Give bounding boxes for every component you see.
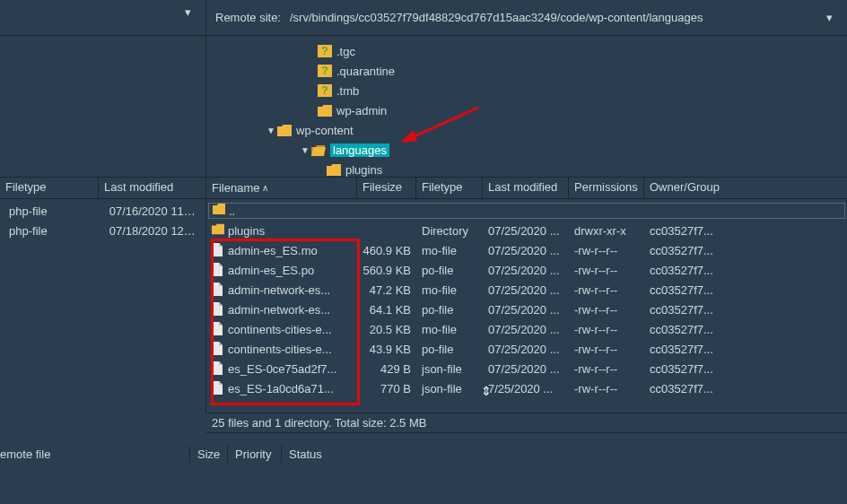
remote-header-owner[interactable]: Owner/Group <box>644 178 723 198</box>
parent-directory-row[interactable]: .. <box>208 203 845 219</box>
chevron-down-icon[interactable]: ▼ <box>299 145 311 155</box>
remote-path-input[interactable] <box>286 7 816 28</box>
folder-icon <box>213 204 225 218</box>
remote-site-dropdown[interactable]: ▾ <box>821 11 838 24</box>
tree-item[interactable]: ▼wp-content <box>206 120 847 140</box>
unknown-icon: ? <box>318 84 332 97</box>
cell-modified: 07/25/2020 ... <box>483 303 569 317</box>
cell-filetype: po-file <box>416 264 483 277</box>
cell-owner: cc03527f7... <box>644 362 723 376</box>
cell-filename: continents-cities-e... <box>206 322 357 336</box>
unknown-icon: ? <box>318 45 332 57</box>
cell-permissions: drwxr-xr-x <box>569 224 644 238</box>
table-row[interactable]: pluginsDirectory07/25/2020 ...drwxr-xr-x… <box>206 221 847 240</box>
tree-item[interactable]: ?.tgc <box>206 41 847 61</box>
queue-header-priority[interactable]: Priority <box>228 446 282 463</box>
folder-icon <box>327 163 341 176</box>
tree-item-label: plugins <box>345 163 382 177</box>
cell-filesize: 460.9 KB <box>357 244 416 257</box>
cell-owner: cc03527f7... <box>644 244 723 257</box>
remote-header-modified[interactable]: Last modified <box>483 178 569 198</box>
table-row[interactable]: admin-network-es...64.1 KBpo-file07/25/2… <box>206 300 847 319</box>
tree-item-label: languages <box>330 143 389 157</box>
remote-header-permissions[interactable]: Permissions <box>569 178 644 198</box>
cell-owner: cc03527f7... <box>644 382 723 395</box>
svg-text:?: ? <box>321 65 328 77</box>
remote-header-filesize[interactable]: Filesize <box>357 178 416 198</box>
file-icon <box>212 263 224 277</box>
cell-owner: cc03527f7... <box>644 323 723 336</box>
table-row[interactable]: es_ES-1a0cd6a71...770 Bjson-file7/25/202… <box>206 378 847 398</box>
table-row[interactable]: es_ES-0ce75ad2f7...429 Bjson-file07/25/2… <box>206 359 847 378</box>
file-icon <box>212 322 224 336</box>
cell-filesize: 429 B <box>357 362 416 376</box>
cell-modified: 07/25/2020 ... <box>483 244 569 257</box>
local-site-dropdown[interactable]: ▾ <box>179 5 196 19</box>
cell-filetype: mo-file <box>416 244 483 257</box>
queue-header-size[interactable]: Size <box>190 446 228 463</box>
cell-filetype: po-file <box>416 343 483 356</box>
cell-permissions: -rw-r--r-- <box>569 323 644 336</box>
svg-text:?: ? <box>321 45 328 57</box>
cell-filesize: 64.1 KB <box>357 303 416 317</box>
tree-item[interactable]: ?.tmb <box>206 81 847 100</box>
cell-filetype: mo-file <box>416 283 483 297</box>
cell-filename: admin-network-es... <box>206 302 357 317</box>
table-row[interactable]: continents-cities-e...20.5 KBmo-file07/2… <box>206 319 847 339</box>
cell-filename: admin-network-es... <box>206 282 357 297</box>
cell-permissions: -rw-r--r-- <box>569 382 644 395</box>
cell-owner: cc03527f7... <box>644 264 723 277</box>
sort-ascending-icon: ∧ <box>262 183 268 193</box>
cell-filesize: 770 B <box>357 382 416 395</box>
tree-item[interactable]: wp-admin <box>206 100 847 120</box>
local-tree[interactable] <box>0 36 206 177</box>
cell-modified: 7/25/2020 ... <box>483 382 569 395</box>
cell-filesize: 560.9 KB <box>357 264 416 277</box>
cell-filename: es_ES-0ce75ad2f7... <box>206 361 357 376</box>
file-icon <box>212 302 224 317</box>
folder-icon <box>318 104 332 117</box>
cell-filename: continents-cities-e... <box>206 342 357 356</box>
queue-header-status[interactable]: Status <box>282 446 336 463</box>
tree-item-label: .quarantine <box>336 65 395 78</box>
cell-modified: 07/25/2020 ... <box>483 323 569 336</box>
cell-filesize: 20.5 KB <box>357 323 416 336</box>
file-icon <box>212 381 224 395</box>
cell-filename: es_ES-1a0cd6a71... <box>206 381 357 395</box>
cell-filename: plugins <box>206 223 357 238</box>
chevron-down-icon[interactable]: ▼ <box>265 126 277 135</box>
remote-file-list[interactable]: .. pluginsDirectory07/25/2020 ...drwxr-x… <box>206 199 847 413</box>
remote-status-bar: 25 files and 1 directory. Total size: 2.… <box>206 413 847 433</box>
file-icon <box>212 282 224 297</box>
cell-modified: 07/25/2020 ... <box>483 224 569 238</box>
table-row[interactable]: admin-es_ES.po560.9 KBpo-file07/25/2020 … <box>206 260 847 280</box>
cell-filename: admin-es_ES.mo <box>206 243 357 257</box>
remote-header-filetype[interactable]: Filetype <box>416 178 483 198</box>
tree-item-label: wp-content <box>296 124 354 137</box>
cell-filename: admin-es_ES.po <box>206 263 357 277</box>
remote-tree[interactable]: ?.tgc?.quarantine?.tmbwp-admin▼wp-conten… <box>206 36 847 177</box>
cell-filetype: mo-file <box>416 323 483 336</box>
cell-permissions: -rw-r--r-- <box>569 264 644 277</box>
file-icon <box>212 361 224 376</box>
local-file-list[interactable]: php-file07/16/2020 11:...php-file07/18/2… <box>0 199 206 413</box>
tree-item-label: .tmb <box>336 84 359 98</box>
cell-modified: 07/18/2020 12:... <box>104 224 202 238</box>
table-row[interactable]: admin-es_ES.mo460.9 KBmo-file07/25/2020 … <box>206 240 847 260</box>
parent-dir-label: .. <box>229 204 235 218</box>
queue-header-remote[interactable]: emote file <box>0 446 190 463</box>
cell-permissions: -rw-r--r-- <box>569 244 644 257</box>
tree-item[interactable]: ▼languages <box>206 140 847 160</box>
local-header-filetype[interactable]: Filetype <box>0 178 99 198</box>
list-item[interactable]: php-file07/18/2020 12:... <box>0 221 205 240</box>
table-row[interactable]: continents-cities-e...43.9 KBpo-file07/2… <box>206 339 847 359</box>
table-row[interactable]: admin-network-es...47.2 KBmo-file07/25/2… <box>206 280 847 300</box>
cell-permissions: -rw-r--r-- <box>569 343 644 356</box>
cell-modified: 07/25/2020 ... <box>483 264 569 277</box>
local-header-modified[interactable]: Last modified <box>99 178 205 198</box>
cell-modified: 07/25/2020 ... <box>483 343 569 356</box>
tree-item[interactable]: plugins <box>206 160 847 177</box>
tree-item[interactable]: ?.quarantine <box>206 61 847 81</box>
remote-header-filename[interactable]: Filename∧ <box>206 178 357 198</box>
list-item[interactable]: php-file07/16/2020 11:... <box>0 201 205 221</box>
